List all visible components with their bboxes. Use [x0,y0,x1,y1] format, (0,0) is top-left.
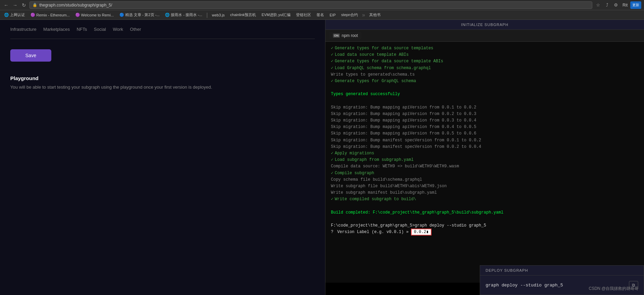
terminal-line: Write subgraph manifest build\subgraph.y… [331,190,639,196]
bookmark-label: 其他书 [369,12,381,17]
terminal-wrapper: INITIALIZE SUBGRAPH ON npm root ✓Generat… [325,20,644,295]
check-icon: ✓ [331,79,333,84]
share-button[interactable]: ⤴ [603,1,611,9]
bookmark-remix1[interactable]: 🟣 Remix - Ethereum... [28,12,72,18]
user-name: Rit [621,3,629,8]
nav-refresh-button[interactable]: ↻ [21,2,27,9]
bookmark-label: web3.js [212,13,224,17]
bookmark-internet-auth[interactable]: 🌐 上网认证 [2,12,27,18]
nav-tabs: Infrastructure Marketplaces NFTs Social … [10,27,315,39]
terminal-line: Write types to generated\schema.ts [331,72,639,78]
check-icon: ✓ [331,66,333,70]
init-header-text: INITIALIZE SUBGRAPH [461,23,508,27]
bookmark-chainlink[interactable]: chainlink预言机 [228,12,258,18]
playground-description: You will be able to start testing your s… [10,84,315,91]
csdn-watermark: CSDN @自我拯救的胡哥哥 [589,286,639,292]
check-icon: ✓ [331,171,333,176]
terminal-line: Skip migration: Bump mapping apiVersion … [331,117,639,124]
browser-chrome: ← → ↻ 🔒 thegraph.com/studio/subgraph/gra… [0,0,644,10]
terminal-line: ✓Generate types for data source template… [331,58,639,65]
articles-icon: 🔵 [119,13,124,17]
terminal-line: ✓Load data source template ABIs [331,52,639,58]
terminal-line: Build completed: F:\code_project\the_gra… [331,209,639,216]
bookmark-articles[interactable]: 🔵 精选 文章 - 第2页 -... [117,12,162,18]
terminal-line: Types generated successfully [331,91,639,98]
bookmark-label: EVM进阶,yul汇编 [261,12,291,17]
check-icon: ✓ [331,59,333,64]
terminal-line: Compile data source: WETH9 => build\WETH… [331,163,639,170]
bookmark-evm[interactable]: EVM进阶,yul汇编 [259,12,293,18]
bookmark-sep-2: » [362,12,365,18]
terminal-line: ✓Generate types for GraphQL schema [331,78,639,85]
terminal-line: ✓Load GraphQL schema from schema.graphql [331,65,639,72]
playground-title: Playground [10,75,315,81]
tab-social[interactable]: Social [94,27,106,35]
playground-section: Playground You will be able to start tes… [10,75,315,91]
tab-other[interactable]: Other [130,27,141,35]
deploy-popup-header: DEPLOY SUBGRAPH [480,266,644,275]
bookmarks-bar: 🌐 上网认证 🟣 Remix - Ethereum... 🟣 Welcome t… [0,10,644,20]
terminal-line [331,98,639,104]
terminal-body[interactable]: ✓Generate types for data source template… [325,42,644,283]
terminal-line: ✓Compile subgraph [331,170,639,177]
bookmark-label: 精选 文章 - 第2页 -... [125,12,160,17]
tab-infrastructure[interactable]: Infrastructure [10,27,37,35]
bookmark-label: chainlink预言机 [230,12,256,17]
left-panel: Infrastructure Marketplaces NFTs Social … [0,20,325,295]
globe-icon: 🌐 [4,13,9,17]
bookmark-label: 登链社区 [296,12,311,17]
terminal-line: Skip migration: Bump manifest specVersio… [331,144,639,150]
bookmark-label: 上网认证 [10,12,25,17]
terminal-line: ✓Generate types for data source template… [331,45,639,52]
bookmark-label: stepn合约 [341,12,358,17]
bookmark-web3js[interactable]: web3.js [210,12,227,18]
terminal-line: Copy schema file build\schema.graphql [331,177,639,183]
terminal-header: ON npm root [325,30,644,42]
bookmark-sep-1: | [206,12,208,18]
terminal-line: F:\code_project\the_graph\graph_5>graph … [331,222,639,229]
deploy-popup-content: graph deploy --studio graph_5 ⧉ [480,275,644,295]
lock-icon: 🔒 [33,3,37,7]
terminal-line: Skip migration: Bump mapping apiVersion … [331,124,639,130]
bookmark-others[interactable]: 其他书 [367,12,383,18]
check-icon: ✓ [331,151,333,156]
remix-icon-1: 🟣 [30,13,35,17]
version-label-input[interactable]: 0.0.2▮ [411,229,431,235]
bookmark-stepn[interactable]: stepn合约 [339,12,360,18]
nav-forward-button[interactable]: → [12,2,18,9]
url-text: thegraph.com/studio/subgraph/graph_5/ [39,3,112,8]
main-content: Infrastructure Marketplaces NFTs Social … [0,20,644,295]
bookmark-label: 接雨水 - 接雨水 -... [171,12,202,17]
terminal-line: ✓Apply migrations [331,150,639,157]
bookmark-label: EIP [330,13,336,17]
extensions-button[interactable]: ⚙ [612,1,620,9]
terminal-line [331,216,639,222]
url-bar[interactable]: 🔒 thegraph.com/studio/subgraph/graph_5/ [29,1,592,9]
browser-actions: ☆ ⤴ ⚙ Rit 更新 [594,1,641,9]
bookmark-dengchain[interactable]: 登链社区 [294,12,313,18]
check-icon: ✓ [331,197,333,202]
bookmark-rain[interactable]: 🌐 接雨水 - 接雨水 -... [163,12,204,18]
bookmark-sign[interactable]: 签名 [314,12,326,18]
terminal-line: Write subgraph file build\WETH9\abis\WET… [331,183,639,190]
tab-nfts[interactable]: NFTs [77,27,87,35]
bookmark-star-button[interactable]: ☆ [594,1,602,9]
tab-work[interactable]: Work [113,27,123,35]
tab-marketplaces[interactable]: Marketplaces [43,27,70,35]
init-subgraph-header: INITIALIZE SUBGRAPH [325,20,644,30]
terminal-line [331,85,639,91]
bookmark-remix2[interactable]: 🟣 Welcome to Remi... [73,12,116,18]
deploy-command-text: graph deploy --studio graph_5 [486,283,563,288]
terminal-line: Skip migration: Bump mapping apiVersion … [331,130,639,137]
remix-icon-2: 🟣 [75,13,80,17]
bookmark-label: Remix - Ethereum... [36,13,70,17]
check-icon: ✓ [331,46,333,51]
rain-icon: 🌐 [165,13,170,17]
terminal-title-text: npm root [342,33,358,38]
update-button[interactable]: 更新 [630,1,641,9]
nav-back-button[interactable]: ← [3,2,10,9]
terminal-title-bar: ON npm root [330,32,361,39]
question-mark: ? [331,230,333,234]
save-button[interactable]: Save [10,49,51,62]
bookmark-eip[interactable]: EIP [327,12,338,18]
